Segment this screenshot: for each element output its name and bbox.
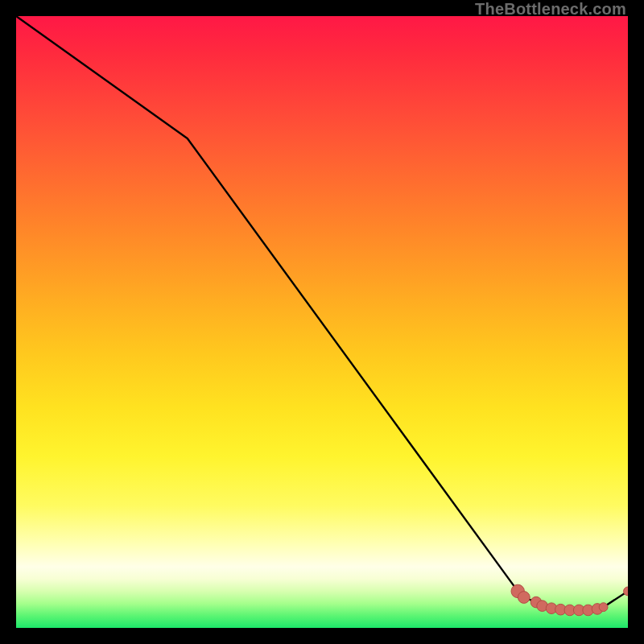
chart-layer <box>16 16 628 616</box>
chart-svg <box>16 16 628 628</box>
chart-stage: TheBottleneck.com <box>0 0 644 644</box>
plot-area <box>16 16 628 628</box>
data-point <box>599 603 608 612</box>
series-line <box>16 16 628 610</box>
data-point <box>518 592 530 604</box>
